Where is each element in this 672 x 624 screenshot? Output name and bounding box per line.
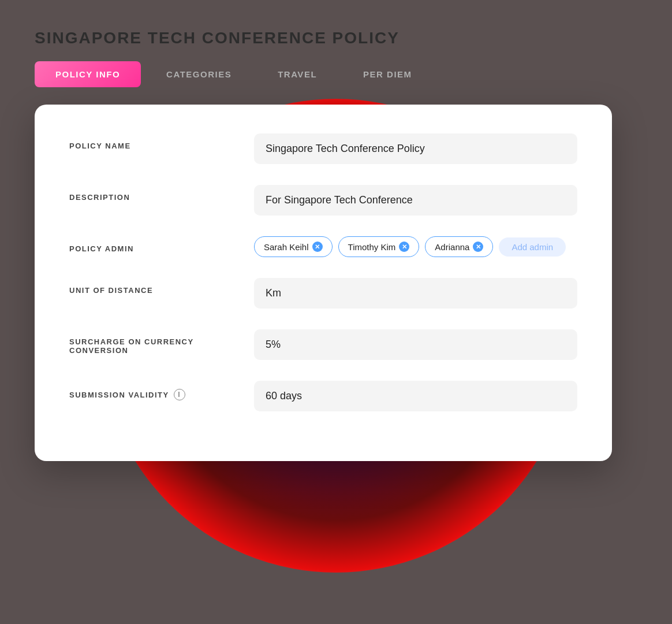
tab-policy-info[interactable]: POLICY INFO: [35, 61, 141, 87]
policy-admin-value: Sarah Keihl ✕ Timothy Kim ✕ Adrianna ✕ A…: [254, 236, 577, 257]
description-label: DESCRIPTION: [69, 185, 231, 202]
policy-name-input[interactable]: [254, 133, 577, 164]
submission-validity-label: SUBMISSION VALIDITY i: [69, 381, 231, 400]
unit-distance-row: UNIT OF DISTANCE: [69, 278, 577, 309]
submission-validity-info-icon[interactable]: i: [174, 389, 185, 400]
admin-section: Sarah Keihl ✕ Timothy Kim ✕ Adrianna ✕ A…: [254, 236, 577, 257]
page-title: SINGAPORE TECH CONFERENCE POLICY: [35, 29, 637, 47]
submission-validity-row: SUBMISSION VALIDITY i: [69, 381, 577, 411]
surcharge-input[interactable]: [254, 329, 577, 360]
admin-name-timothy: Timothy Kim: [348, 242, 396, 252]
modal-card: POLICY NAME DESCRIPTION POLICY ADMIN Sar…: [35, 105, 612, 461]
description-input[interactable]: [254, 185, 577, 216]
policy-name-row: POLICY NAME: [69, 133, 577, 164]
policy-name-value: [254, 133, 577, 164]
admin-name-adrianna: Adrianna: [435, 242, 469, 252]
tab-travel[interactable]: TRAVEL: [257, 61, 338, 87]
remove-admin-sarah[interactable]: ✕: [312, 242, 323, 252]
add-admin-button[interactable]: Add admin: [499, 237, 566, 257]
tabs-row: POLICY INFO CATEGORIES TRAVEL PER DIEM: [35, 61, 637, 87]
submission-validity-value: [254, 381, 577, 411]
admin-tag-timothy[interactable]: Timothy Kim ✕: [338, 236, 420, 257]
tab-per-diem[interactable]: PER DIEM: [342, 61, 433, 87]
surcharge-value: [254, 329, 577, 360]
admin-tag-sarah[interactable]: Sarah Keihl ✕: [254, 236, 333, 257]
remove-admin-timothy[interactable]: ✕: [399, 242, 409, 252]
unit-distance-value: [254, 278, 577, 309]
tab-categories[interactable]: CATEGORIES: [145, 61, 252, 87]
admin-name-sarah: Sarah Keihl: [264, 242, 309, 252]
remove-admin-adrianna[interactable]: ✕: [473, 242, 483, 252]
page-container: SINGAPORE TECH CONFERENCE POLICY POLICY …: [0, 0, 672, 624]
description-row: DESCRIPTION: [69, 185, 577, 216]
surcharge-label: SURCHARGE ON CURRENCY CONVERSION: [69, 329, 231, 355]
surcharge-row: SURCHARGE ON CURRENCY CONVERSION: [69, 329, 577, 360]
unit-distance-input[interactable]: [254, 278, 577, 309]
description-value: [254, 185, 577, 216]
policy-admin-label: POLICY ADMIN: [69, 236, 231, 253]
submission-validity-input[interactable]: [254, 381, 577, 411]
unit-distance-label: UNIT OF DISTANCE: [69, 278, 231, 295]
policy-admin-row: POLICY ADMIN Sarah Keihl ✕ Timothy Kim ✕…: [69, 236, 577, 257]
admin-tag-adrianna[interactable]: Adrianna ✕: [425, 236, 493, 257]
policy-name-label: POLICY NAME: [69, 133, 231, 150]
